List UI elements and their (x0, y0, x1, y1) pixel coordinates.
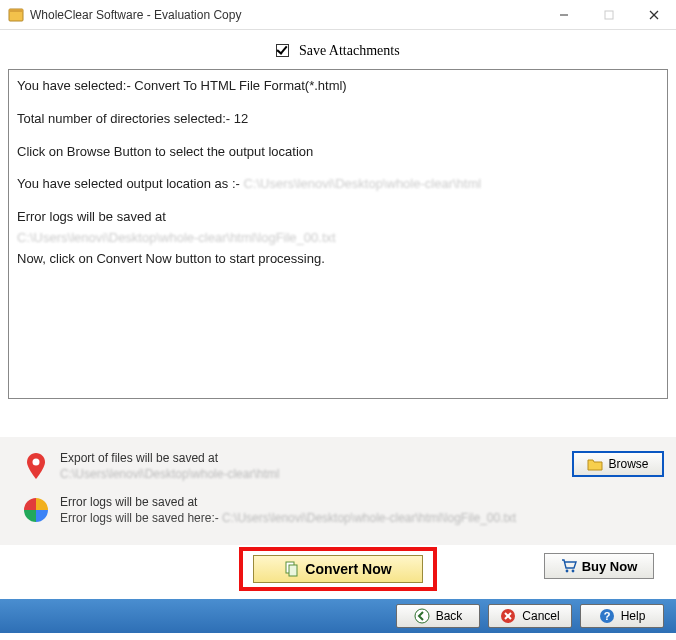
buy-now-button[interactable]: Buy Now (544, 553, 654, 579)
close-button[interactable] (631, 0, 676, 29)
svg-text:?: ? (603, 610, 610, 622)
svg-rect-8 (289, 565, 297, 576)
log-line: Click on Browse Button to select the out… (17, 142, 659, 163)
footer-bar: Back Cancel ? Help (0, 599, 676, 633)
back-arrow-icon (414, 608, 430, 624)
log-line: Error logs will be saved at (17, 207, 659, 228)
export-path: C:\Users\lenovi\Desktop\whole-clear\html (60, 467, 554, 481)
log-panel: You have selected:- Convert To HTML File… (8, 69, 668, 399)
help-button[interactable]: ? Help (580, 604, 664, 628)
log-line: C:\Users\lenovi\Desktop\whole-clear\html… (17, 228, 659, 249)
back-button[interactable]: Back (396, 604, 480, 628)
errorlogs-head: Error logs will be saved at (60, 495, 554, 509)
errorlogs-row: Error logs will be saved at Error logs w… (12, 491, 664, 535)
pie-icon (23, 497, 49, 523)
convert-icon (284, 561, 300, 577)
log-line: Now, click on Convert Now button to star… (17, 249, 659, 270)
export-head: Export of files will be saved at (60, 451, 554, 465)
location-pin-icon (25, 453, 47, 479)
log-line: You have selected output location as :- … (17, 174, 659, 195)
svg-point-6 (33, 459, 40, 466)
browse-button[interactable]: Browse (572, 451, 664, 477)
convert-row: Convert Now Buy Now (0, 547, 676, 599)
help-icon: ? (599, 608, 615, 624)
svg-rect-3 (605, 11, 613, 19)
cart-icon (561, 558, 577, 574)
svg-point-10 (571, 570, 574, 573)
cancel-icon (500, 608, 516, 624)
window-controls (541, 0, 676, 29)
save-attachments-label: Save Attachments (299, 43, 400, 58)
svg-point-9 (565, 570, 568, 573)
save-attachments-row: Save Attachments (8, 38, 668, 69)
cancel-button[interactable]: Cancel (488, 604, 572, 628)
maximize-button[interactable] (586, 0, 631, 29)
minimize-button[interactable] (541, 0, 586, 29)
log-line: Total number of directories selected:- 1… (17, 109, 659, 130)
save-attachments-checkbox[interactable] (276, 44, 289, 57)
info-section: Export of files will be saved at C:\User… (0, 437, 676, 545)
window-title: WholeClear Software - Evaluation Copy (30, 8, 541, 22)
convert-highlight-box: Convert Now (239, 547, 437, 591)
errorlogs-sub: Error logs will be saved here:- C:\Users… (60, 511, 554, 525)
svg-rect-1 (9, 9, 23, 12)
app-icon (8, 7, 24, 23)
folder-icon (587, 456, 603, 472)
convert-now-button[interactable]: Convert Now (253, 555, 423, 583)
export-row: Export of files will be saved at C:\User… (12, 447, 664, 491)
log-line: You have selected:- Convert To HTML File… (17, 76, 659, 97)
titlebar: WholeClear Software - Evaluation Copy (0, 0, 676, 30)
svg-point-11 (415, 609, 429, 623)
